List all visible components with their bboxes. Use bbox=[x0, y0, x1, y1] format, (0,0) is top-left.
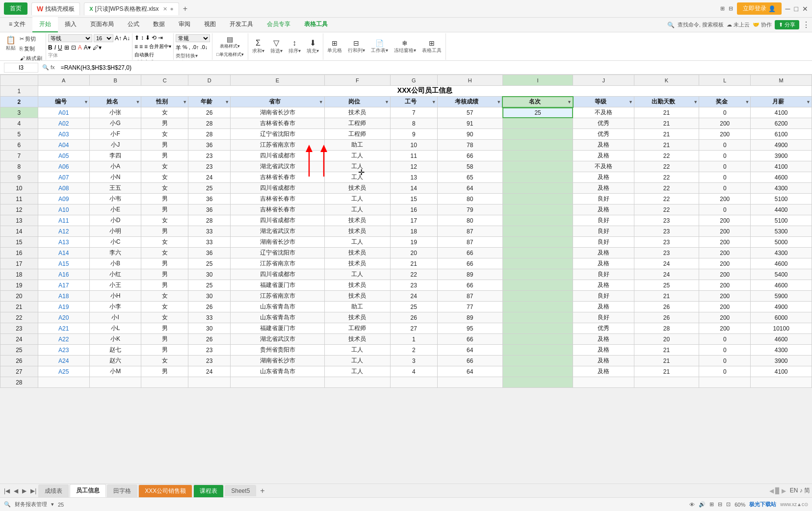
formula-search-icon[interactable]: 🔍 fx bbox=[42, 64, 55, 71]
cell-K10[interactable]: 22 bbox=[634, 183, 699, 194]
search-label[interactable]: 查找命令, 搜索模板 bbox=[678, 21, 724, 28]
cell-G10[interactable]: 14 bbox=[390, 183, 437, 194]
tab-formula[interactable]: 公式 bbox=[121, 17, 146, 32]
header-col-0[interactable]: 编号▼ bbox=[38, 97, 89, 107]
cell-H6[interactable]: 78 bbox=[437, 140, 502, 151]
cell-D27[interactable]: 24 bbox=[188, 366, 231, 377]
cell-F25[interactable]: 工人 bbox=[324, 345, 390, 356]
header-col-11[interactable]: 奖金▼ bbox=[699, 97, 751, 107]
cell-I20[interactable] bbox=[502, 291, 573, 302]
more-icon[interactable]: ⋮ bbox=[802, 20, 810, 29]
cell-G5[interactable]: 9 bbox=[390, 129, 437, 140]
cell-M6[interactable]: 4900 bbox=[751, 140, 812, 151]
cell-C3[interactable]: 女 bbox=[141, 107, 188, 118]
cell-M20[interactable]: 5900 bbox=[751, 291, 812, 302]
font-family-select[interactable]: 等线 bbox=[48, 34, 92, 42]
cell-K3[interactable]: 21 bbox=[634, 107, 699, 118]
cell-K24[interactable]: 20 bbox=[634, 334, 699, 345]
cell-H15[interactable]: 87 bbox=[437, 237, 502, 248]
cell-J4[interactable]: 优秀 bbox=[573, 118, 634, 129]
search-icon[interactable]: 🔍 bbox=[667, 22, 675, 28]
cell-I6[interactable] bbox=[502, 140, 573, 151]
cell-D7[interactable]: 23 bbox=[188, 151, 231, 161]
cell-A7[interactable]: A05 bbox=[38, 151, 89, 161]
cell-C25[interactable]: 男 bbox=[141, 345, 188, 356]
cell-M17[interactable]: 4600 bbox=[751, 258, 812, 269]
cell-A5[interactable]: A03 bbox=[38, 129, 89, 140]
cell-B9[interactable]: 小N bbox=[89, 172, 141, 183]
cell-A11[interactable]: A09 bbox=[38, 194, 89, 204]
cell-A28[interactable] bbox=[38, 377, 89, 388]
cell-E19[interactable]: 福建省厦门市 bbox=[231, 280, 325, 291]
tab-developer[interactable]: 开发工具 bbox=[223, 17, 260, 32]
cell-E8[interactable]: 湖北省武汉市 bbox=[231, 161, 325, 172]
font-grow-icon[interactable]: A↑ bbox=[115, 35, 122, 42]
cell-M4[interactable]: 6200 bbox=[751, 118, 812, 129]
cell-A20[interactable]: A18 bbox=[38, 291, 89, 302]
filter-arrow-5[interactable]: ▼ bbox=[385, 100, 389, 104]
table-style-button[interactable]: ▤ 表格样式▾ bbox=[218, 34, 242, 51]
cell-A8[interactable]: A06 bbox=[38, 161, 89, 172]
sheet-tab-chengjibiao[interactable]: 成绩表 bbox=[38, 485, 69, 497]
cell-F8[interactable]: 工人 bbox=[324, 161, 390, 172]
cell-G24[interactable]: 1 bbox=[390, 334, 437, 345]
filter-arrow-2[interactable]: ▼ bbox=[183, 100, 187, 104]
cell-D3[interactable]: 26 bbox=[188, 107, 231, 118]
cell-I19[interactable] bbox=[502, 280, 573, 291]
cell-K26[interactable]: 21 bbox=[634, 356, 699, 366]
col-C-header[interactable]: C bbox=[141, 75, 188, 86]
cell-F22[interactable]: 技术员 bbox=[324, 312, 390, 323]
cell-B18[interactable]: 小红 bbox=[89, 269, 141, 280]
cell-H22[interactable]: 89 bbox=[437, 312, 502, 323]
cell-E13[interactable]: 四川省成都市 bbox=[231, 215, 325, 226]
cell-D17[interactable]: 25 bbox=[188, 258, 231, 269]
cell-B8[interactable]: 小A bbox=[89, 161, 141, 172]
filter-arrow-11[interactable]: ▼ bbox=[745, 100, 749, 104]
cell-K25[interactable]: 21 bbox=[634, 345, 699, 356]
cell-F13[interactable]: 技术员 bbox=[324, 215, 390, 226]
cell-B10[interactable]: 王五 bbox=[89, 183, 141, 194]
cell-M25[interactable]: 4300 bbox=[751, 345, 812, 356]
cell-C12[interactable]: 男 bbox=[141, 204, 188, 215]
cell-L24[interactable]: 0 bbox=[699, 334, 751, 345]
freeze-button[interactable]: ❄ 冻结窗格▾ bbox=[392, 38, 418, 55]
col-F-header[interactable]: F bbox=[324, 75, 390, 86]
cell-L22[interactable]: 200 bbox=[699, 312, 751, 323]
cell-M9[interactable]: 4600 bbox=[751, 172, 812, 183]
row-col-button[interactable]: ⊟ 行和列▾ bbox=[346, 38, 367, 55]
cell-G14[interactable]: 18 bbox=[390, 226, 437, 237]
cell-A10[interactable]: A08 bbox=[38, 183, 89, 194]
header-col-1[interactable]: 姓名▼ bbox=[89, 97, 141, 107]
header-col-6[interactable]: 工号▼ bbox=[390, 97, 437, 107]
cell-F19[interactable]: 技术员 bbox=[324, 280, 390, 291]
cell-G18[interactable]: 22 bbox=[390, 269, 437, 280]
cell-H4[interactable]: 91 bbox=[437, 118, 502, 129]
share-btn[interactable]: ⬆ 分享 bbox=[775, 20, 799, 29]
cell-F15[interactable]: 工人 bbox=[324, 237, 390, 248]
cell-F9[interactable]: 工人 bbox=[324, 172, 390, 183]
sheet-tab-xxsales[interactable]: XXX公司销售额 bbox=[138, 485, 192, 497]
cell-I8[interactable] bbox=[502, 161, 573, 172]
cell-F11[interactable]: 工人 bbox=[324, 194, 390, 204]
cell-E24[interactable]: 湖北省武汉市 bbox=[231, 334, 325, 345]
cell-J22[interactable]: 良好 bbox=[573, 312, 634, 323]
cell-E18[interactable]: 四川省成都市 bbox=[231, 269, 325, 280]
cell-J24[interactable]: 及格 bbox=[573, 334, 634, 345]
cell-E11[interactable]: 吉林省长春市 bbox=[231, 194, 325, 204]
cell-L16[interactable]: 200 bbox=[699, 248, 751, 258]
cell-B7[interactable]: 李四 bbox=[89, 151, 141, 161]
cell-J10[interactable]: 及格 bbox=[573, 183, 634, 194]
cell-B5[interactable]: 小F bbox=[89, 129, 141, 140]
tab-data[interactable]: 数据 bbox=[146, 17, 172, 32]
sheet-nav-prev[interactable]: ◀ bbox=[12, 487, 20, 494]
cell-J28[interactable] bbox=[573, 377, 634, 388]
cell-M5[interactable]: 6100 bbox=[751, 129, 812, 140]
cell-M24[interactable]: 4600 bbox=[751, 334, 812, 345]
cell-C17[interactable]: 男 bbox=[141, 258, 188, 269]
header-col-5[interactable]: 岗位▼ bbox=[324, 97, 390, 107]
cell-F21[interactable]: 助工 bbox=[324, 302, 390, 312]
cell-C27[interactable]: 男 bbox=[141, 366, 188, 377]
cell-I7[interactable] bbox=[502, 151, 573, 161]
cell-D5[interactable]: 28 bbox=[188, 129, 231, 140]
cell-D13[interactable]: 28 bbox=[188, 215, 231, 226]
